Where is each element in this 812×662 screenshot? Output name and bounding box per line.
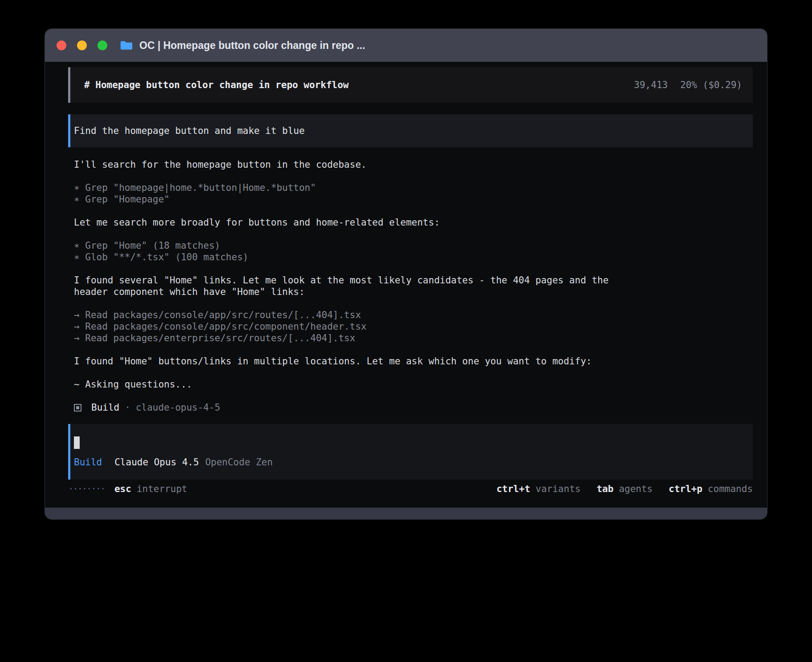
context-cost: 20% ($0.29) <box>680 80 742 90</box>
terminal-content: # Homepage button color change in repo w… <box>45 62 767 508</box>
spinner-dots: ········ <box>68 483 105 495</box>
session-stats: 39,41320% ($0.29) <box>634 79 742 91</box>
session-title: # Homepage button color change in repo w… <box>84 79 349 91</box>
minimize-button[interactable] <box>77 40 87 50</box>
assistant-message: I found "Home" buttons/links in multiple… <box>74 355 631 367</box>
hint-agents: tabagents <box>597 483 653 495</box>
model-name-label: Claude Opus 4.5 <box>114 457 199 468</box>
tool-call-read: → Read packages/enterprise/src/routes/[.… <box>74 332 631 344</box>
assistant-message: I found several "Home" links. Let me loo… <box>74 274 631 298</box>
input-footer: BuildClaude Opus 4.5OpenCode Zen <box>74 456 742 468</box>
text-cursor <box>74 436 80 449</box>
tab-key: tab <box>597 484 613 494</box>
folder-icon <box>120 40 133 51</box>
tool-call-read: → Read packages/console/app/src/routes/[… <box>74 309 631 321</box>
separator-dot: · <box>125 402 130 413</box>
agent-name: Build <box>91 402 119 413</box>
interrupt-label: interrupt <box>137 484 187 494</box>
traffic-lights <box>57 40 107 50</box>
terminal-window: OC | Homepage button color change in rep… <box>45 28 767 520</box>
agents-label: agents <box>619 484 653 494</box>
token-count: 39,413 <box>634 80 668 90</box>
commands-label: commands <box>708 484 753 494</box>
session-header: # Homepage button color change in repo w… <box>68 67 753 103</box>
hint-variants: ctrl+tvariants <box>496 483 581 495</box>
user-message: Find the homepage button and make it blu… <box>68 114 753 147</box>
hint-interrupt: escinterrupt <box>114 483 187 495</box>
status-bar: ········ escinterrupt ctrl+tvariants tab… <box>68 483 753 495</box>
close-button[interactable] <box>57 40 66 50</box>
assistant-message: I'll search for the homepage button in t… <box>74 159 631 170</box>
zoom-button[interactable] <box>97 40 107 50</box>
tool-call-grep: ∗ Grep "Homepage" <box>74 194 631 205</box>
variants-label: variants <box>536 484 581 494</box>
agent-status: Build · claude-opus-4-5 <box>74 402 631 413</box>
window-title: OC | Homepage button color change in rep… <box>139 40 365 52</box>
ctrl-p-key: ctrl+p <box>669 484 702 494</box>
agent-mode-label: Build <box>74 457 102 468</box>
window-bottom-edge <box>45 508 767 519</box>
provider-label: OpenCode Zen <box>205 457 273 468</box>
assistant-status-message: ~ Asking questions... <box>74 379 631 390</box>
agent-mode-icon <box>74 404 81 412</box>
tool-call-grep: ∗ Grep "homepage|home.*button|Home.*butt… <box>74 182 631 194</box>
tool-call-read: → Read packages/console/app/src/componen… <box>74 321 631 332</box>
agent-model: claude-opus-4-5 <box>136 402 220 413</box>
user-message-text: Find the homepage button and make it blu… <box>74 125 304 136</box>
conversation: I'll search for the homepage button in t… <box>68 159 631 425</box>
esc-key: esc <box>114 484 131 494</box>
tool-call-glob: ∗ Glob "**/*.tsx" (100 matches) <box>74 251 631 263</box>
hint-commands: ctrl+pcommands <box>669 483 753 495</box>
assistant-message: Let me search more broadly for buttons a… <box>74 217 631 228</box>
ctrl-t-key: ctrl+t <box>496 484 530 494</box>
tool-call-grep: ∗ Grep "Home" (18 matches) <box>74 240 631 251</box>
prompt-input[interactable]: BuildClaude Opus 4.5OpenCode Zen <box>68 424 753 480</box>
window-titlebar[interactable]: OC | Homepage button color change in rep… <box>45 29 767 62</box>
